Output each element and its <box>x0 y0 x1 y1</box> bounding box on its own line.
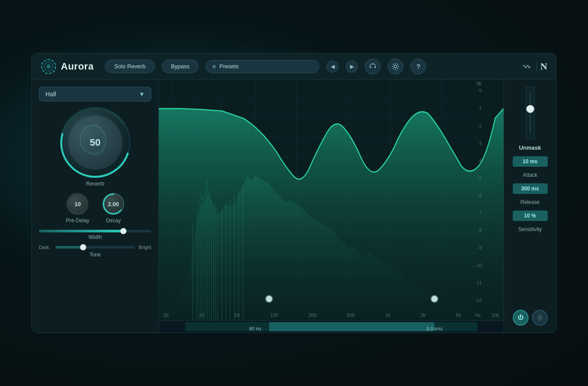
low-freq-label: 80 Hz <box>249 326 262 331</box>
svg-point-6 <box>68 194 88 214</box>
prev-preset-button[interactable]: ◀ <box>326 60 339 73</box>
power-icon <box>517 314 524 321</box>
small-knobs-row: 10 Pre-Delay 2.00 Decay <box>39 193 151 224</box>
logo-area: Aurora <box>41 59 94 74</box>
freq-range-bar: 80 Hz 8.0 kHz <box>159 320 504 333</box>
bottom-icon-row <box>513 310 548 326</box>
presets-area[interactable]: ≡ Presets <box>206 60 319 73</box>
width-fill <box>39 230 123 232</box>
db-1: -1 <box>476 106 482 111</box>
db-6: -6 <box>476 193 482 198</box>
settings-icon <box>392 63 399 70</box>
pre-delay-knob[interactable]: 10 <box>66 193 88 215</box>
eq-display: dB 0 -1 -2 -3 -4 -5 -6 -7 -8 -9 -10 -11 … <box>159 80 504 320</box>
decay-group: 2.00 Decay <box>102 193 124 224</box>
freq-2k: 2k <box>420 312 426 318</box>
help-button[interactable]: ? <box>410 59 426 74</box>
release-label: Release <box>520 199 539 205</box>
tone-slider[interactable] <box>56 246 135 249</box>
help-icon: ? <box>416 63 420 70</box>
svg-point-9 <box>539 317 540 318</box>
low-freq-handle[interactable] <box>265 295 273 303</box>
freq-labels: 20 30 50 100 200 500 1k 2k 5k 10k <box>159 312 504 318</box>
db-3: -3 <box>476 141 482 146</box>
tone-dark-label: Dark <box>39 245 53 250</box>
freq-20: 20 <box>163 312 168 318</box>
bypass-button[interactable]: Bypass <box>162 60 199 73</box>
waveform-icon <box>522 62 533 71</box>
knob-inner: 50 <box>68 116 122 170</box>
reverb-value: 50 <box>90 137 100 148</box>
pre-delay-group: 10 Pre-Delay <box>66 193 89 224</box>
sensitivity-value-btn[interactable]: 10 % <box>513 211 548 221</box>
center-panel: dB 0 -1 -2 -3 -4 -5 -6 -7 -8 -9 -10 -11 … <box>159 80 504 333</box>
left-panel: Hall ▼ 50 <box>32 80 159 333</box>
tone-slider-row: Dark Bright Tone <box>39 245 151 258</box>
header-right: N <box>522 61 547 72</box>
headphone-icon <box>369 63 377 70</box>
tone-thumb[interactable] <box>80 244 86 250</box>
room-type-value: Hall <box>46 91 56 98</box>
decay-knob[interactable]: 2.00 <box>102 193 124 215</box>
high-freq-label: 8.0 kHz <box>427 326 443 331</box>
ear-icon <box>536 314 543 321</box>
vertical-fader[interactable] <box>526 87 535 139</box>
freq-10k: 10k <box>491 312 499 318</box>
next-preset-button[interactable]: ▶ <box>346 60 358 73</box>
plugin-window: Aurora Solo Reverb Bypass ≡ Presets ◀ ▶ … <box>32 53 556 333</box>
fader-thumb[interactable] <box>526 105 534 113</box>
headphone-button[interactable] <box>365 59 381 74</box>
freq-100: 100 <box>270 312 278 318</box>
tone-row: Dark Bright <box>39 245 151 250</box>
width-thumb[interactable] <box>120 228 126 234</box>
reverb-knob[interactable]: 50 <box>60 108 130 178</box>
power-button[interactable] <box>513 310 528 326</box>
db-8: -8 <box>476 228 482 233</box>
freq-range-fill <box>269 322 434 331</box>
freq-30: 30 <box>199 312 204 318</box>
tone-bright-label: Bright <box>137 245 151 250</box>
room-type-select[interactable]: Hall ▼ <box>39 87 151 102</box>
attack-label: Attack <box>523 172 537 178</box>
svg-point-3 <box>394 65 397 68</box>
main-content: Hall ▼ 50 <box>32 80 556 333</box>
reverb-label: Reverb <box>86 180 105 187</box>
settings-button[interactable] <box>388 59 403 74</box>
ni-logo-text: N <box>540 61 547 72</box>
decay-label: Decay <box>106 218 121 224</box>
right-panel: Unmask 10 ms Attack 300 ms Release 10 % … <box>504 80 556 333</box>
solo-reverb-button[interactable]: Solo Reverb <box>105 60 155 73</box>
fader-section <box>526 87 535 139</box>
freq-200: 200 <box>308 312 316 318</box>
freq-1k: 1k <box>385 312 391 318</box>
presets-list-icon: ≡ <box>212 63 216 70</box>
ear-button[interactable] <box>532 310 548 326</box>
presets-label: Presets <box>219 63 313 70</box>
db-9: -9 <box>476 246 482 250</box>
room-type-arrow: ▼ <box>139 91 145 98</box>
freq-500: 500 <box>347 312 355 318</box>
db-11: -11 <box>476 281 482 285</box>
freq-5k: 5k <box>456 312 461 318</box>
high-freq-handle[interactable] <box>430 295 438 303</box>
svg-point-2 <box>46 64 51 69</box>
release-value-btn[interactable]: 300 ms <box>513 183 548 194</box>
db-10: -10 <box>476 263 482 268</box>
pre-delay-label: Pre-Delay <box>66 218 89 224</box>
width-slider[interactable] <box>39 230 151 232</box>
db-5: -5 <box>476 176 482 181</box>
db-axis: dB 0 -1 -2 -3 -4 -5 -6 -7 -8 -9 -10 -11 … <box>476 88 482 303</box>
db-12: -12 <box>476 298 482 303</box>
db-0: 0 <box>476 88 482 93</box>
eq-curve-svg <box>159 80 504 320</box>
tone-center-label: Tone <box>39 252 151 258</box>
aurora-logo-icon <box>41 59 56 74</box>
db-2: -2 <box>476 123 482 128</box>
attack-value-btn[interactable]: 10 ms <box>513 156 548 167</box>
ni-logo-area: N <box>522 61 547 72</box>
unmask-label: Unmask <box>519 144 541 151</box>
tone-fill <box>56 246 83 249</box>
header-divider <box>536 61 537 72</box>
slider-section: Width Dark Bright Tone <box>39 230 151 258</box>
db-unit: dB <box>476 81 482 86</box>
